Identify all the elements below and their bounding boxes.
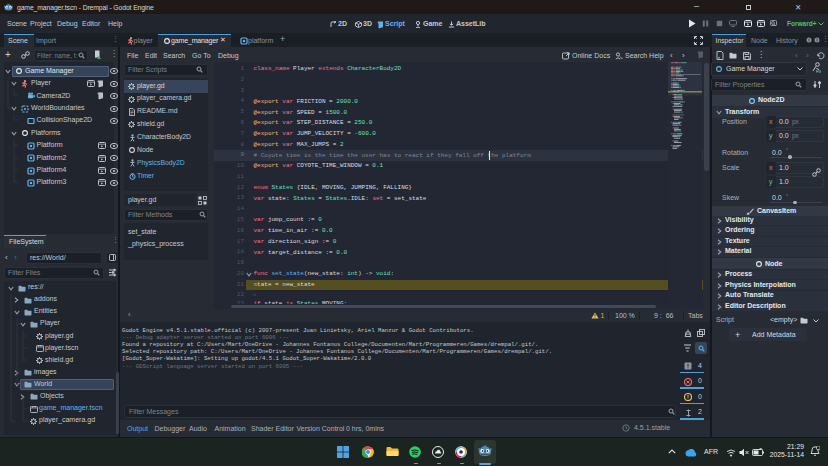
svg-text:FIX: FIX	[816, 70, 821, 74]
